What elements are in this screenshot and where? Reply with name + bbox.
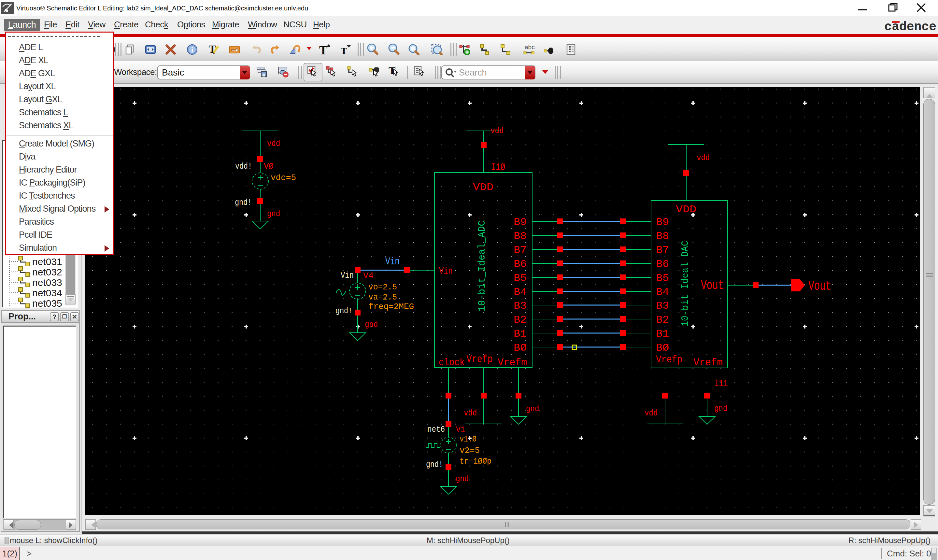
svg-text:gnd!: gnd! (235, 198, 252, 208)
svg-text:BØ: BØ (514, 342, 527, 354)
svg-text:B1: B1 (656, 328, 669, 340)
svg-text:vdd: vdd (267, 139, 280, 148)
svg-text:net031: net031 (32, 256, 62, 267)
svg-text:B1: B1 (514, 328, 527, 340)
svg-text:10-bit_Ideal_ADC: 10-bit_Ideal_ADC (477, 220, 488, 312)
svg-text:abc: abc (525, 44, 535, 51)
svg-text:vdd: vdd (490, 126, 504, 136)
svg-text:Vin: Vin (341, 271, 354, 280)
svg-text:B9: B9 (656, 217, 669, 228)
svg-text:gnd: gnd (714, 404, 727, 414)
svg-text:T: T (341, 45, 347, 55)
svg-text:V4: V4 (363, 271, 374, 281)
svg-text:B4: B4 (656, 286, 669, 298)
svg-text:VDD: VDD (676, 204, 696, 215)
svg-text:Vrefp: Vrefp (467, 354, 493, 365)
svg-text:vo=2.5: vo=2.5 (368, 282, 397, 292)
svg-text:gnd!: gnd! (426, 460, 443, 469)
svg-text:10-bit Ideal DAC: 10-bit Ideal DAC (680, 241, 691, 326)
svg-text:B3: B3 (514, 300, 527, 312)
svg-text:Vrefm: Vrefm (693, 357, 723, 368)
svg-text:B6: B6 (514, 258, 527, 270)
svg-text:gnd: gnd (526, 404, 539, 414)
svg-text:B7: B7 (514, 245, 527, 256)
svg-text:Vout: Vout (701, 278, 724, 293)
svg-text:V1: V1 (456, 425, 465, 435)
svg-text:net034: net034 (32, 288, 62, 298)
svg-text:freq=2MEG: freq=2MEG (368, 302, 414, 312)
svg-text:B5: B5 (656, 272, 669, 284)
svg-text:B5: B5 (514, 272, 527, 284)
svg-text:net035: net035 (32, 298, 62, 308)
svg-text:Vrefm: Vrefm (497, 357, 527, 368)
svg-text:i: i (191, 46, 194, 54)
svg-text:gnd: gnd (365, 320, 378, 329)
svg-text:B4: B4 (514, 286, 527, 298)
svg-text:net032: net032 (32, 267, 62, 277)
svg-text:VØ: VØ (264, 162, 274, 171)
svg-text:vdd: vdd (697, 153, 710, 163)
svg-text:BØ: BØ (656, 342, 669, 354)
svg-text:v2=5: v2=5 (459, 446, 480, 455)
svg-text:B9: B9 (514, 217, 527, 228)
svg-text:Vout: Vout (809, 279, 831, 294)
svg-text:net033: net033 (32, 277, 62, 288)
svg-text:vdd: vdd (464, 408, 477, 418)
svg-text:B2: B2 (514, 314, 527, 326)
svg-text:v1:Ø: v1:Ø (459, 434, 476, 444)
svg-text:gnd!: gnd! (336, 306, 353, 316)
svg-text:B8: B8 (514, 231, 527, 242)
svg-text:clock: clock (439, 357, 465, 368)
svg-text:I11: I11 (715, 378, 728, 389)
svg-text:vdd: vdd (645, 408, 658, 418)
svg-text:I1Ø: I1Ø (491, 162, 505, 173)
svg-text:Vin: Vin (385, 256, 400, 267)
svg-text:va=2.5: va=2.5 (368, 292, 397, 302)
svg-text:gnd: gnd (456, 474, 469, 484)
svg-text:vdd!: vdd! (235, 162, 252, 171)
svg-text:B8: B8 (656, 231, 669, 242)
svg-text:VDD: VDD (473, 182, 493, 193)
svg-text:B7: B7 (656, 245, 669, 256)
svg-text:B3: B3 (656, 300, 669, 312)
svg-text:vdc=5: vdc=5 (271, 173, 296, 183)
svg-text:net6: net6 (427, 425, 445, 434)
svg-text:B6: B6 (656, 258, 669, 270)
svg-text:B2: B2 (656, 314, 669, 326)
svg-text:gnd: gnd (267, 209, 280, 219)
svg-text:Vin: Vin (439, 266, 453, 277)
svg-text:Vrefp: Vrefp (656, 354, 682, 365)
svg-text:tr=1ØØp: tr=1ØØp (459, 457, 491, 466)
svg-text:T: T (319, 44, 327, 55)
